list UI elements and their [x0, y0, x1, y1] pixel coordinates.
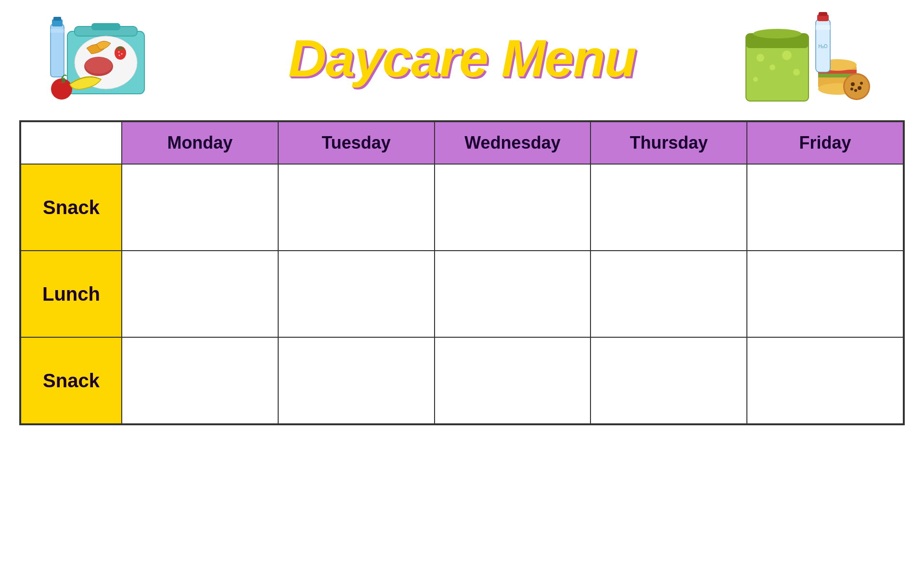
svg-point-31	[851, 82, 855, 86]
cell-lunch-thursday[interactable]	[590, 251, 747, 337]
table-row-snack2: Snack	[21, 337, 903, 424]
svg-rect-6	[91, 23, 120, 30]
header-friday: Friday	[747, 122, 903, 164]
svg-point-35	[850, 88, 853, 90]
svg-rect-39	[816, 25, 830, 30]
svg-rect-2	[53, 17, 61, 21]
menu-table-wrapper: Monday Tuesday Wednesday Thursday Friday…	[19, 120, 905, 425]
right-food-illustration: H₂O	[741, 10, 876, 106]
svg-point-19	[757, 54, 764, 62]
svg-point-34	[860, 82, 863, 85]
table-row-lunch: Lunch	[21, 251, 903, 337]
cell-snack1-wednesday[interactable]	[435, 164, 591, 251]
svg-point-23	[753, 77, 758, 82]
cell-snack2-friday[interactable]	[747, 337, 903, 424]
header-empty-cell	[21, 122, 122, 164]
cell-lunch-wednesday[interactable]	[435, 251, 591, 337]
cell-snack1-tuesday[interactable]	[278, 164, 435, 251]
cell-snack1-friday[interactable]	[747, 164, 903, 251]
label-snack1: Snack	[21, 164, 122, 251]
cell-snack1-thursday[interactable]	[590, 164, 747, 251]
svg-point-21	[782, 51, 792, 60]
svg-point-10	[121, 53, 123, 55]
svg-point-18	[753, 29, 801, 38]
label-snack2: Snack	[21, 337, 122, 424]
header-thursday: Thursday	[590, 122, 747, 164]
table-header-row: Monday Tuesday Wednesday Thursday Friday	[21, 122, 903, 164]
svg-point-22	[793, 69, 800, 76]
cell-snack2-tuesday[interactable]	[278, 337, 435, 424]
svg-point-30	[845, 75, 869, 99]
svg-rect-38	[819, 12, 827, 16]
cell-snack2-thursday[interactable]	[590, 337, 747, 424]
svg-point-20	[770, 64, 775, 70]
left-food-illustration	[48, 10, 154, 106]
header: Daycare Menu	[19, 10, 905, 106]
svg-rect-3	[51, 29, 64, 33]
page-container: Daycare Menu	[0, 0, 924, 585]
cell-snack2-wednesday[interactable]	[435, 337, 591, 424]
header-tuesday: Tuesday	[278, 122, 435, 164]
cell-lunch-tuesday[interactable]	[278, 251, 435, 337]
header-wednesday: Wednesday	[435, 122, 591, 164]
svg-text:H₂O: H₂O	[819, 44, 828, 49]
cell-snack2-monday[interactable]	[122, 337, 278, 424]
page-title: Daycare Menu	[288, 27, 636, 89]
header-monday: Monday	[122, 122, 278, 164]
svg-point-11	[119, 55, 120, 56]
svg-point-33	[854, 89, 857, 92]
svg-point-32	[858, 86, 861, 90]
svg-point-9	[118, 51, 120, 53]
menu-table: Monday Tuesday Wednesday Thursday Friday…	[20, 121, 904, 424]
cell-lunch-friday[interactable]	[747, 251, 903, 337]
table-row-snack1: Snack	[21, 164, 903, 251]
svg-point-14	[51, 78, 72, 100]
cell-snack1-monday[interactable]	[122, 164, 278, 251]
label-lunch: Lunch	[21, 251, 122, 337]
cell-lunch-monday[interactable]	[122, 251, 278, 337]
svg-point-13	[85, 57, 112, 74]
